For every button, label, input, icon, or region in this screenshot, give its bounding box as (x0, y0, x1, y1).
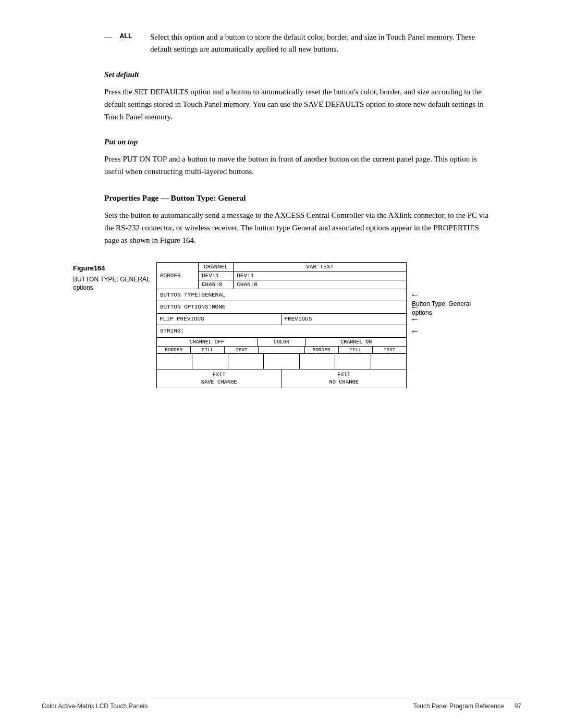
footer-left: Color Active-Matrix LCD Touch Panels (42, 702, 148, 710)
sub-border-2: BORDER (305, 347, 339, 353)
button-type-row: BUTTON TYPE:GENERAL (157, 289, 406, 302)
figure-subtitle-line1: BUTTON TYPE: GENERAL (73, 276, 150, 283)
bullet-dash: — (104, 31, 120, 56)
figure-subtitle-line2: options (73, 284, 93, 291)
color-box-4 (300, 354, 335, 369)
color-box-5 (335, 354, 371, 369)
content-area: — ALL Select this option and a button to… (104, 31, 490, 388)
button-type-annotation: Button Type: General options (412, 300, 490, 318)
bullet-all-item: — ALL Select this option and a button to… (104, 31, 490, 56)
color-box-6 (371, 354, 406, 369)
color-box-3 (228, 354, 264, 369)
sub-fill-1: FILL (191, 347, 225, 353)
channel-chan: CHAN:0 (199, 280, 233, 289)
arrow-1: ← (412, 290, 418, 300)
properties-heading: Properties Page — Button Type: General (104, 193, 490, 203)
figure-label-title: Figure164 (73, 264, 156, 272)
exit-save-text: EXIT SAVE CHANGE (201, 372, 237, 385)
channel-on-header: CHANNEL ON (306, 338, 406, 346)
exit-no-text: EXIT NO CHANGE (329, 372, 359, 385)
set-default-body: Press the SET DEFAULTS option and a butt… (104, 85, 490, 123)
color-boxes-row (157, 354, 406, 369)
flip-previous-row: FLIP PREVIOUS PREVIOUS (157, 314, 406, 325)
page: — ALL Select this option and a button to… (0, 0, 563, 728)
exit-no-cell: EXIT NO CHANGE (282, 369, 407, 388)
flip-previous-cell: FLIP PREVIOUS (157, 314, 282, 325)
sub-text-1: TEXT (225, 347, 259, 353)
exit-save-cell: EXIT SAVE CHANGE (157, 369, 282, 388)
channel-group: CHANNEL DEV:1 CHAN:0 (199, 263, 234, 289)
figure-label-col: Figure164 BUTTON TYPE: GENERAL options (73, 262, 156, 293)
page-number: 97 (515, 702, 521, 710)
figure-arrows-col: Button Type: General options (407, 262, 490, 318)
vartext-chan: CHAN:0 (234, 280, 406, 289)
set-default-heading: Set default (104, 70, 490, 79)
footer-right-text: Touch Panel Program Reference (413, 702, 504, 710)
button-options-row: BUTTON OPTIONS:NONE (157, 301, 406, 314)
put-on-top-body: Press PUT ON TOP and a button to move th… (104, 153, 490, 178)
panel-header-row: BORDER CHANNEL DEV:1 CHAN:0 VAR TEXT DEV… (157, 263, 406, 289)
color-box-2 (192, 354, 228, 369)
figure-label-subtitle: BUTTON TYPE: GENERAL options (73, 275, 156, 293)
arrow-2: ← (412, 302, 418, 313)
channel-dev: DEV:1 (199, 272, 233, 280)
properties-body: Sets the button to automatically send a … (104, 209, 490, 246)
color-middle-spacer (259, 347, 304, 353)
color-section: CHANNEL OFF COLOR CHANNEL ON BORDER FILL… (157, 338, 406, 369)
color-box-1 (157, 354, 192, 369)
arrow-4: ← (412, 326, 418, 337)
figure-container: Figure164 BUTTON TYPE: GENERAL options B… (73, 262, 490, 389)
put-on-top-heading: Put on top (104, 138, 490, 146)
page-footer: Color Active-Matrix LCD Touch Panels Tou… (42, 698, 521, 710)
arrow-3: ← (412, 314, 418, 325)
vartext-dev: DEV:1 (234, 272, 406, 280)
exit-row: EXIT SAVE CHANGE EXIT NO CHANGE (157, 369, 406, 388)
color-header: COLOR (258, 338, 307, 346)
string-row: STRING: (157, 325, 406, 338)
footer-right-group: Touch Panel Program Reference 97 (413, 702, 521, 710)
sub-text-2: TEXT (373, 347, 406, 353)
color-box-mid (264, 354, 299, 369)
bullet-text: Select this option and a button to store… (150, 31, 490, 56)
vartext-group: VAR TEXT DEV:1 CHAN:0 (234, 263, 406, 289)
border-cell: BORDER (157, 263, 199, 289)
sub-fill-2: FILL (339, 347, 373, 353)
channel-off-header: CHANNEL OFF (157, 338, 258, 346)
channel-header: CHANNEL (199, 263, 233, 272)
sub-border-1: BORDER (157, 347, 191, 353)
vartext-header: VAR TEXT (234, 263, 406, 272)
previous-cell: PREVIOUS (282, 314, 407, 325)
bullet-keyword: ALL (120, 31, 146, 56)
figure-panel: BORDER CHANNEL DEV:1 CHAN:0 VAR TEXT DEV… (156, 262, 407, 389)
panel-ui: BORDER CHANNEL DEV:1 CHAN:0 VAR TEXT DEV… (156, 262, 407, 389)
